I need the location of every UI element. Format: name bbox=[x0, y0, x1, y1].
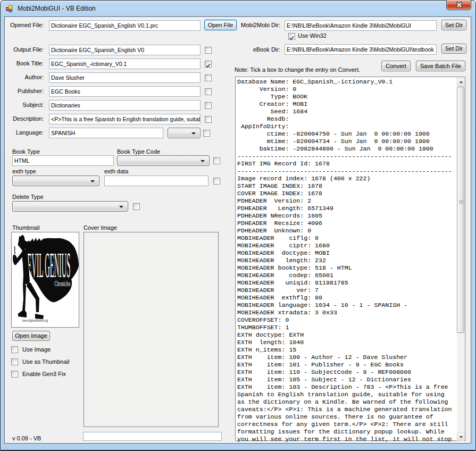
svg-text:EVIL GENIUS: EVIL GENIUS bbox=[28, 245, 71, 285]
svg-text:Chronicles: Chronicles bbox=[55, 280, 71, 288]
svg-text:www.evilgeniuschronicles.org: www.evilgeniuschronicles.org bbox=[22, 318, 48, 323]
